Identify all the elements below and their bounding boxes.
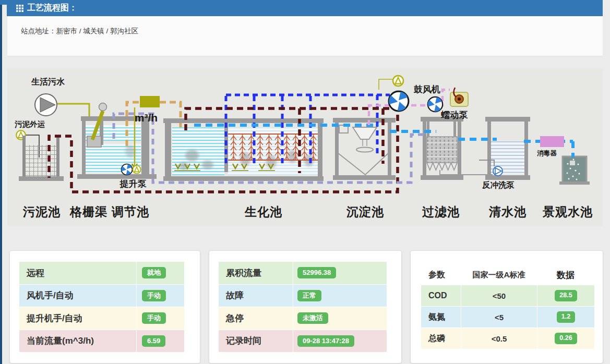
page-title: 工艺流程图： xyxy=(27,3,77,14)
status-badge: 未激活 xyxy=(297,312,328,324)
status-panel-card: 累积流量 52996.38 故障 正常 急停 未激活 记录时间 09-28 13… xyxy=(209,250,402,363)
page-header: 工艺流程图： xyxy=(7,0,603,16)
flow-unit-label: m³/h xyxy=(135,112,158,124)
row-label: 当前流量(m^3/h) xyxy=(19,335,136,347)
control-table: 远程 就地 风机手/自动 手动 提升机手/自动 手动 当前流量(m^3/h) 6… xyxy=(19,262,184,353)
table-row: COD <50 28.5 xyxy=(421,285,594,307)
accent-stripe xyxy=(0,0,2,364)
column-header: 参数 xyxy=(421,270,461,281)
peristaltic-pump-label: 蠕动泵 xyxy=(441,110,469,120)
param-standard: <5 xyxy=(461,307,537,327)
param-standard: <50 xyxy=(461,285,537,306)
disinfector-box xyxy=(540,136,564,147)
param-name: 总磷 xyxy=(421,328,461,349)
row-label: 记录时间 xyxy=(219,335,293,347)
param-name: COD xyxy=(421,285,461,306)
table-header-row: 参数 国家一级A标准 数据 xyxy=(421,264,594,285)
valve-icon xyxy=(133,165,140,173)
flow-meter xyxy=(140,96,160,107)
valve-icon xyxy=(393,76,403,86)
table-row: 氨氮 <5 1.2 xyxy=(421,307,594,328)
value-badge: 28.5 xyxy=(555,290,577,301)
value-badge: 1.2 xyxy=(557,311,575,323)
landscape-pool xyxy=(559,156,590,185)
tank-label-filter: 过滤池 xyxy=(422,205,460,219)
row-label: 提升机手/自动 xyxy=(19,312,136,324)
blower-label: 鼓风机 xyxy=(413,84,440,94)
quality-panel-card: 参数 国家一级A标准 数据 COD <50 28.5 氨氮 <5 1.2 总磷 … xyxy=(410,250,603,363)
tank-label-clean: 清水池 xyxy=(488,205,527,219)
tank-label-sediment: 沉淀池 xyxy=(346,205,384,219)
column-header: 数据 xyxy=(537,264,594,285)
table-row: 远程 就地 xyxy=(19,262,184,285)
status-badge: 正常 xyxy=(297,290,321,301)
biofilm-media xyxy=(229,133,317,161)
table-row: 急停 未激活 xyxy=(219,307,387,330)
table-row: 风机手/自动 手动 xyxy=(19,285,184,308)
param-name: 氨氮 xyxy=(421,307,461,327)
table-row: 累积流量 52996.38 xyxy=(219,262,387,285)
status-table: 累积流量 52996.38 故障 正常 急停 未激活 记录时间 09-28 13… xyxy=(219,262,387,353)
quality-table: 参数 国家一级A标准 数据 COD <50 28.5 氨氮 <5 1.2 总磷 … xyxy=(421,264,594,349)
status-badge: 手动 xyxy=(142,312,166,324)
value-badge: 52996.38 xyxy=(297,267,336,278)
row-label: 远程 xyxy=(19,267,136,279)
value-badge: 6.59 xyxy=(142,335,165,347)
table-row: 记录时间 09-28 13:47:28 xyxy=(219,330,387,353)
table-row: 当前流量(m^3/h) 6.59 xyxy=(19,330,184,353)
process-diagram: 生活污水 污泥外运 m³/h 提升泵 鼓风机 蠕动泵 消毒器 反冲洗泵 污泥池 … xyxy=(7,69,603,226)
lift-pump-label: 提升泵 xyxy=(119,179,147,189)
control-panel-card: 远程 就地 风机手/自动 手动 提升机手/自动 手动 当前流量(m^3/h) 6… xyxy=(9,250,200,363)
table-row: 提升机手/自动 手动 xyxy=(19,307,184,330)
tank-label-landscape: 景观水池 xyxy=(542,205,593,219)
param-standard: <0.5 xyxy=(461,328,537,349)
row-label: 故障 xyxy=(219,289,293,301)
sludge-out-label: 污泥外运 xyxy=(15,120,45,128)
breadcrumb-panel: 站点地址：新密市 / 城关镇 / 郭沟社区 xyxy=(7,16,603,56)
row-label: 累积流量 xyxy=(219,267,293,279)
column-header: 国家一级A标准 xyxy=(461,270,537,280)
process-diagram-panel: 生活污水 污泥外运 m³/h 提升泵 鼓风机 蠕动泵 消毒器 反冲洗泵 污泥池 … xyxy=(7,69,603,226)
timestamp-badge: 09-28 13:47:28 xyxy=(297,335,354,347)
row-label: 急停 xyxy=(219,312,293,324)
tank-label-sludge: 污泥池 xyxy=(22,205,61,219)
tank-label-bio: 生化池 xyxy=(244,205,282,219)
table-row: 故障 正常 xyxy=(219,285,387,308)
tank-label-regulation: 调节池 xyxy=(111,205,149,219)
inflow-label: 生活污水 xyxy=(31,77,65,86)
value-badge: 0.26 xyxy=(555,333,577,344)
status-badge: 手动 xyxy=(142,290,166,301)
table-row: 总磷 <0.5 0.26 xyxy=(421,328,594,349)
status-badge: 就地 xyxy=(142,267,166,278)
row-label: 风机手/自动 xyxy=(19,289,136,301)
breadcrumb[interactable]: 站点地址：新密市 / 城关镇 / 郭沟社区 xyxy=(21,27,138,36)
grid-icon xyxy=(16,5,23,12)
disinfector-label: 消毒器 xyxy=(536,150,557,157)
tank-label-grid: 格栅渠 xyxy=(69,205,107,219)
backwash-pump-label: 反冲洗泵 xyxy=(482,180,515,189)
header-corner xyxy=(0,0,7,5)
